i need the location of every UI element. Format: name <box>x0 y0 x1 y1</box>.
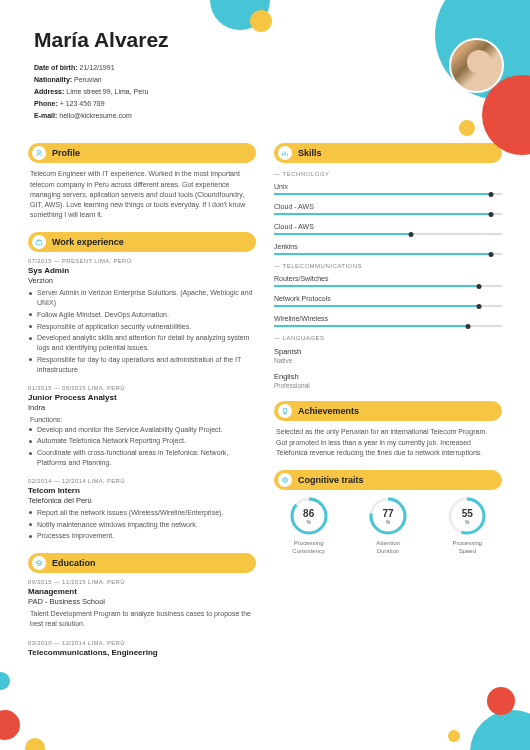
job-company: Indra <box>28 403 256 412</box>
job-bullet: Server Admin in Verizon Enterprise Solut… <box>29 288 256 308</box>
edu-school: PAD - Business School <box>28 597 256 606</box>
edu-entry: 09/2015 — 11/2015 LIMA, PERÚ Management … <box>28 579 256 629</box>
skill-item: Jenkins <box>274 243 502 255</box>
briefcase-icon <box>32 235 46 249</box>
skill-item: Network Protocols <box>274 295 502 307</box>
skill-bar <box>274 233 502 235</box>
job-meta: 02/2014 — 12/2014 LIMA, PERÚ <box>28 478 256 484</box>
skill-bar <box>274 305 502 307</box>
job-entry: 07/2015 — PRESENT LIMA, PERÚ Sys Admin V… <box>28 258 256 374</box>
section-work: Work experience <box>28 232 256 252</box>
skill-group-label: — TELECOMMUNICATIONS <box>274 263 502 269</box>
trait-ring: 86% <box>289 496 329 536</box>
job-bullet: Developed analytic skills and attention … <box>29 333 256 353</box>
language-level: Professional <box>274 382 502 389</box>
skill-name: Cloud - AWS <box>274 223 502 230</box>
job-bullet: Coordinate with cross-functional areas i… <box>29 448 256 468</box>
dob: Date of birth: 21/12/1991 <box>34 62 496 74</box>
language-item: SpanishNative <box>274 347 502 364</box>
job-bullet: Responsible for day to day operations an… <box>29 355 256 375</box>
skill-bar <box>274 285 502 287</box>
job-company: Telefónica del Perú <box>28 496 256 505</box>
edu-title: Telecommunications, Engineering <box>28 648 256 657</box>
edu-meta: 09/2015 — 11/2015 LIMA, PERÚ <box>28 579 256 585</box>
skill-item: Unix <box>274 183 502 195</box>
job-company: Verzion <box>28 276 256 285</box>
achievements-text: Selected as the only Peruvian for an int… <box>274 427 502 457</box>
skill-name: Unix <box>274 183 502 190</box>
job-title: Telcom Intern <box>28 486 256 495</box>
skill-item: Cloud - AWS <box>274 203 502 215</box>
skill-bar <box>274 193 502 195</box>
skill-name: Routers/Switches <box>274 275 502 282</box>
skill-bar <box>274 325 502 327</box>
section-cognitive: Cognitive traits <box>274 470 502 490</box>
section-profile: Profile <box>28 143 256 163</box>
language-item: EnglishProfessional <box>274 372 502 389</box>
job-entry: 01/2015 — 05/2015 LIMA, PERÚ Junior Proc… <box>28 385 256 468</box>
job-entry: 02/2014 — 12/2014 LIMA, PERÚ Telcom Inte… <box>28 478 256 541</box>
section-education: Education <box>28 553 256 573</box>
job-meta: 07/2015 — PRESENT LIMA, PERÚ <box>28 258 256 264</box>
address: Address: Lime street 99, Lima, Peru <box>34 86 496 98</box>
nationality: Nationality: Peruvian <box>34 74 496 86</box>
section-achievements: Achievements <box>274 401 502 421</box>
job-meta: 01/2015 — 05/2015 LIMA, PERÚ <box>28 385 256 391</box>
skill-bar <box>274 213 502 215</box>
trait-item: 86% ProcessingConsistency <box>274 496 343 556</box>
job-bullet: Develop and monitor the Service Availabi… <box>29 425 256 435</box>
profile-icon <box>32 146 46 160</box>
job-bullet: Automate Telefonica Network Reporting Pr… <box>29 436 256 446</box>
languages-subhead: — LANGUAGES <box>274 335 502 341</box>
edu-meta: 03/2010 — 12/2014 LIMA, PERÚ <box>28 640 256 646</box>
language-name: English <box>274 372 502 381</box>
trait-value: 55% <box>462 507 473 524</box>
job-title: Junior Process Analyst <box>28 393 256 402</box>
skill-group-label: — TECHNOLOGY <box>274 171 502 177</box>
job-bullet: Follow Agile Mindset. DevOps Automation. <box>29 310 256 320</box>
phone: Phone: + 123 456 789 <box>34 98 496 110</box>
trait-label: AttentionDuration <box>353 540 422 556</box>
trophy-icon <box>278 404 292 418</box>
edu-entry: 03/2010 — 12/2014 LIMA, PERÚ Telecommuni… <box>28 640 256 657</box>
skill-bar <box>274 253 502 255</box>
edu-title: Management <box>28 587 256 596</box>
avatar <box>449 38 504 93</box>
brain-icon <box>278 473 292 487</box>
trait-ring: 77% <box>368 496 408 536</box>
job-bullet: Responsible of application security vuln… <box>29 322 256 332</box>
trait-item: 77% AttentionDuration <box>353 496 422 556</box>
person-name: María Alvarez <box>34 28 496 52</box>
job-title: Sys Admin <box>28 266 256 275</box>
profile-text: Telecom Engineer with IT experience. Wor… <box>28 169 256 220</box>
svg-point-0 <box>37 151 40 154</box>
education-icon <box>32 556 46 570</box>
skill-name: Jenkins <box>274 243 502 250</box>
trait-label: ProcessingConsistency <box>274 540 343 556</box>
email: E-mail: hello@kickresume.com <box>34 110 496 122</box>
trait-label: ProcessingSpeed <box>433 540 502 556</box>
skills-icon <box>278 146 292 160</box>
skill-item: Routers/Switches <box>274 275 502 287</box>
trait-value: 77% <box>382 507 393 524</box>
trait-item: 55% ProcessingSpeed <box>433 496 502 556</box>
skill-item: Wireline/Wireless <box>274 315 502 327</box>
language-name: Spanish <box>274 347 502 356</box>
job-bullet: Report all the network issues (Wireless/… <box>29 508 256 518</box>
svg-rect-1 <box>36 241 42 245</box>
skill-item: Cloud - AWS <box>274 223 502 235</box>
job-bullet: Notify maintenance windows impacting the… <box>29 520 256 530</box>
trait-value: 86% <box>303 507 314 524</box>
trait-ring: 55% <box>447 496 487 536</box>
skill-name: Network Protocols <box>274 295 502 302</box>
section-skills: Skills <box>274 143 502 163</box>
job-bullet: Processes improvement. <box>29 531 256 541</box>
skill-name: Cloud - AWS <box>274 203 502 210</box>
language-level: Native <box>274 357 502 364</box>
skill-name: Wireline/Wireless <box>274 315 502 322</box>
